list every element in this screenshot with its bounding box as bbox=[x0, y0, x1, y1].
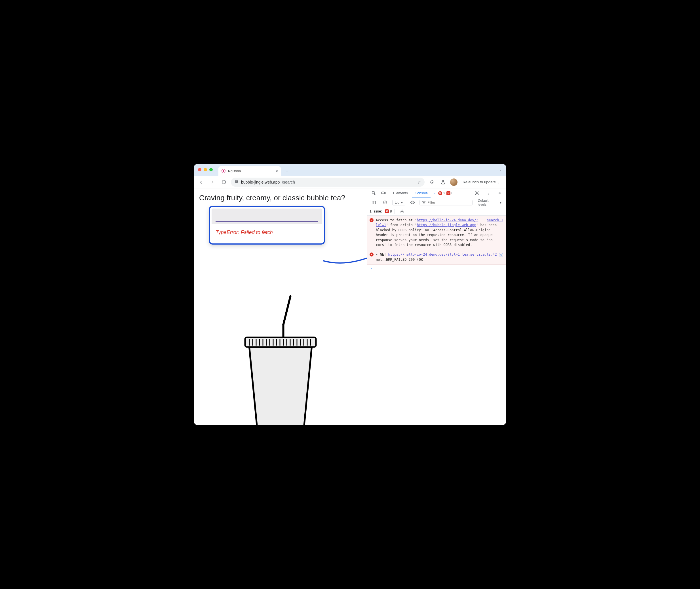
failed-request-url[interactable]: https://hello-io-24.deno.dev/?lvl=1 bbox=[388, 252, 460, 256]
content-split: Craving fruity, creamy, or classic bubbl… bbox=[194, 188, 506, 425]
angular-favicon-icon bbox=[221, 169, 226, 173]
browser-toolbar: bubble-jingle.web.app/search ☆ Relaunch … bbox=[194, 176, 506, 188]
issues-bar-badge[interactable]: ✕8 bbox=[385, 209, 392, 213]
svg-point-33 bbox=[402, 211, 403, 212]
console-prompt[interactable]: › bbox=[367, 265, 506, 272]
labs-flask-icon[interactable] bbox=[439, 178, 447, 186]
annotation-arrow bbox=[322, 245, 367, 271]
profile-avatar[interactable] bbox=[450, 178, 458, 186]
browser-window: NgBoba × ＋ ⌄ bubble-jingle.web.app/searc… bbox=[194, 164, 506, 425]
source-link[interactable]: tea.service.ts:42 bbox=[462, 252, 497, 256]
tab-elements[interactable]: Elements bbox=[390, 189, 411, 197]
window-menu-button[interactable]: ⌄ bbox=[499, 167, 502, 171]
cors-origin-url[interactable]: https://bubble-jingle.web.app bbox=[417, 223, 476, 227]
forward-button[interactable] bbox=[208, 178, 217, 186]
close-tab-button[interactable]: × bbox=[276, 169, 278, 173]
issues-settings-gear-icon[interactable] bbox=[398, 207, 406, 216]
site-settings-icon[interactable] bbox=[234, 179, 239, 185]
tab-title: NgBoba bbox=[228, 169, 241, 173]
search-input-wrap bbox=[212, 209, 322, 224]
devtools-tabstrip: Elements Console » ✕2 ✕8 ⋮ ✕ bbox=[367, 188, 506, 198]
tab-strip: NgBoba × ＋ ⌄ bbox=[194, 164, 506, 176]
back-button[interactable] bbox=[197, 178, 205, 186]
window-controls bbox=[198, 168, 213, 171]
filter-funnel-icon bbox=[422, 201, 426, 204]
console-sidebar-toggle-icon[interactable] bbox=[370, 198, 378, 207]
svg-rect-2 bbox=[235, 181, 237, 182]
console-filter[interactable] bbox=[420, 200, 473, 205]
boba-cup-illustration bbox=[234, 293, 324, 425]
inspect-element-icon[interactable] bbox=[370, 189, 378, 197]
minimize-window-button[interactable] bbox=[204, 168, 207, 171]
svg-line-31 bbox=[384, 201, 386, 204]
tabs-overflow-icon[interactable]: » bbox=[432, 191, 437, 195]
extensions-icon[interactable] bbox=[427, 178, 436, 186]
device-toolbar-icon[interactable] bbox=[379, 189, 388, 197]
svg-rect-26 bbox=[384, 192, 385, 194]
kebab-menu-icon[interactable]: ⋮ bbox=[497, 180, 501, 184]
message-source: search:1 bbox=[487, 218, 503, 223]
relaunch-label: Relaunch to update bbox=[463, 180, 496, 184]
error-icon: ✕ bbox=[370, 252, 374, 256]
xhr-badge-icon: ⇅ bbox=[499, 253, 503, 257]
url-host: bubble-jingle.web.app bbox=[241, 180, 280, 184]
tab-console[interactable]: Console bbox=[412, 189, 431, 197]
url-path: /search bbox=[282, 180, 295, 184]
close-window-button[interactable] bbox=[198, 168, 201, 171]
devtools-panel: Elements Console » ✕2 ✕8 ⋮ ✕ bbox=[367, 188, 506, 425]
clear-console-icon[interactable] bbox=[381, 198, 390, 207]
reload-button[interactable] bbox=[220, 178, 228, 186]
context-selector[interactable]: top▾ bbox=[392, 200, 406, 205]
new-tab-button[interactable]: ＋ bbox=[283, 167, 291, 175]
devtools-settings-gear-icon[interactable] bbox=[473, 189, 481, 197]
devtools-kebab-icon[interactable]: ⋮ bbox=[484, 189, 492, 197]
svg-rect-3 bbox=[237, 182, 238, 182]
log-levels-selector[interactable]: Default levels ▾ bbox=[475, 198, 504, 207]
message-source: tea.service.ts:42 ⇅ bbox=[462, 252, 503, 257]
chevron-down-icon: ▾ bbox=[401, 201, 403, 205]
filter-input[interactable] bbox=[427, 201, 470, 205]
search-card-highlight: TypeError: Failed to fetch bbox=[209, 206, 325, 244]
source-link[interactable]: search:1 bbox=[487, 218, 503, 222]
page-content: Craving fruity, creamy, or classic bubbl… bbox=[194, 188, 367, 425]
svg-point-32 bbox=[412, 202, 413, 203]
page-heading: Craving fruity, creamy, or classic bubbl… bbox=[199, 194, 362, 202]
live-expression-eye-icon[interactable] bbox=[408, 198, 417, 207]
browser-tab[interactable]: NgBoba × bbox=[218, 166, 281, 176]
issues-bar: 1 Issue: ✕8 bbox=[367, 207, 506, 216]
issues-count-badge[interactable]: ✕8 bbox=[446, 191, 454, 195]
console-error-message: ✕ tea.service.ts:42 ⇅ ▸ GET https://hell… bbox=[367, 250, 506, 265]
relaunch-button[interactable]: Relaunch to update ⋮ bbox=[460, 178, 503, 186]
devtools-close-icon[interactable]: ✕ bbox=[495, 189, 504, 197]
address-bar[interactable]: bubble-jingle.web.app/search ☆ bbox=[231, 178, 425, 187]
console-error-message: ✕ search:1 Access to fetch at 'https://h… bbox=[367, 216, 506, 250]
error-message: TypeError: Failed to fetch bbox=[212, 224, 322, 242]
issues-label: 1 Issue: bbox=[370, 209, 382, 213]
disclosure-triangle-icon[interactable]: ▸ bbox=[376, 252, 380, 256]
console-toolbar: top▾ Default levels ▾ bbox=[367, 198, 506, 207]
console-messages: ✕ search:1 Access to fetch at 'https://h… bbox=[367, 216, 506, 425]
svg-point-27 bbox=[476, 192, 477, 194]
svg-rect-25 bbox=[382, 192, 384, 194]
search-input[interactable] bbox=[216, 214, 318, 222]
maximize-window-button[interactable] bbox=[209, 168, 213, 171]
chevron-down-icon: ▾ bbox=[500, 201, 501, 205]
errors-count-badge[interactable]: ✕2 bbox=[438, 191, 445, 195]
error-icon: ✕ bbox=[370, 218, 374, 222]
bookmark-star-icon[interactable]: ☆ bbox=[418, 180, 421, 184]
svg-rect-28 bbox=[372, 201, 376, 204]
